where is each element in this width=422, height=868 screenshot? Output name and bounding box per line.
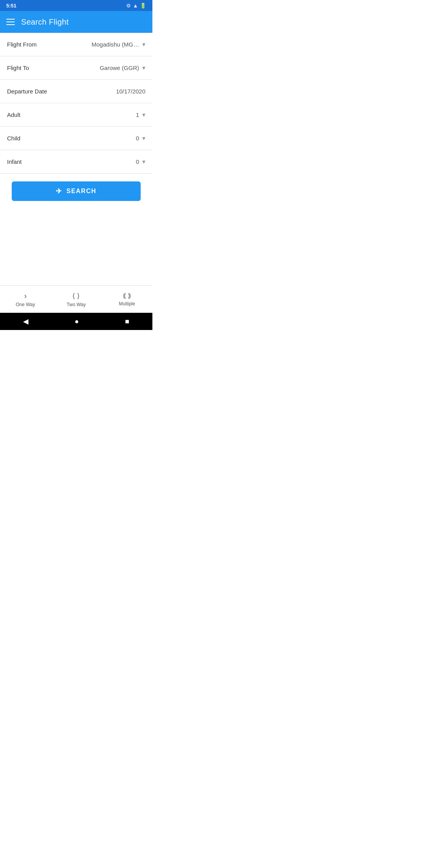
app-bar: Search Flight <box>0 11 152 33</box>
child-value-container: 0 ▾ <box>136 135 145 142</box>
nav-item-one-way[interactable]: › One Way <box>0 291 51 307</box>
two-way-icon: ⟨ ⟩ <box>72 292 80 300</box>
child-chevron-icon: ▾ <box>142 135 145 142</box>
flight-to-label: Flight To <box>7 65 29 71</box>
infant-label: Infant <box>7 158 22 165</box>
empty-area <box>0 207 152 285</box>
flight-from-label: Flight From <box>7 41 37 48</box>
flight-from-value-container: Mogadishu (MG… ▾ <box>91 41 145 48</box>
bottom-nav: › One Way ⟨ ⟩ Two Way ⟪ ⟫ Multiple <box>0 285 152 313</box>
flight-from-row[interactable]: Flight From Mogadishu (MG… ▾ <box>0 33 152 56</box>
plane-icon: ✈ <box>56 187 63 195</box>
flight-to-chevron-icon: ▾ <box>142 64 145 72</box>
signal-icon: ▲ <box>133 3 138 9</box>
nav-item-two-way[interactable]: ⟨ ⟩ Two Way <box>51 292 102 307</box>
one-way-icon: › <box>24 291 27 300</box>
departure-date-label: Departure Date <box>7 88 47 95</box>
android-nav-bar: ◀ ● ■ <box>0 313 152 330</box>
flight-from-value: Mogadishu (MG… <box>91 41 139 48</box>
departure-date-value: 10/17/2020 <box>116 88 145 95</box>
departure-date-value-container: 10/17/2020 <box>116 88 145 95</box>
child-row[interactable]: Child 0 ▾ <box>0 127 152 150</box>
infant-value: 0 <box>136 158 139 165</box>
search-button-label: SEARCH <box>66 188 97 195</box>
search-button-container: ✈ SEARCH <box>0 174 152 207</box>
adult-label: Adult <box>7 111 20 118</box>
flight-to-value-container: Garowe (GGR) ▾ <box>100 64 145 72</box>
adult-row[interactable]: Adult 1 ▾ <box>0 103 152 127</box>
status-time: 5:51 <box>6 3 16 9</box>
adult-value: 1 <box>136 111 139 118</box>
recent-button[interactable]: ■ <box>125 317 129 326</box>
adult-chevron-icon: ▾ <box>142 111 145 118</box>
flight-from-chevron-icon: ▾ <box>142 41 145 48</box>
home-button[interactable]: ● <box>75 317 79 326</box>
nav-item-multiple[interactable]: ⟪ ⟫ Multiple <box>102 292 152 307</box>
child-value: 0 <box>136 135 139 142</box>
page-title: Search Flight <box>21 18 69 27</box>
multiple-label: Multiple <box>119 301 135 307</box>
status-bar: 5:51 ⚙ ▲ 🔋 <box>0 0 152 11</box>
search-form: Flight From Mogadishu (MG… ▾ Flight To G… <box>0 33 152 207</box>
adult-value-container: 1 ▾ <box>136 111 145 118</box>
infant-row[interactable]: Infant 0 ▾ <box>0 150 152 174</box>
infant-value-container: 0 ▾ <box>136 158 145 165</box>
back-button[interactable]: ◀ <box>23 317 29 326</box>
settings-icon: ⚙ <box>126 3 131 9</box>
search-button[interactable]: ✈ SEARCH <box>12 181 141 201</box>
menu-button[interactable] <box>6 19 15 25</box>
battery-icon: 🔋 <box>140 3 146 9</box>
departure-date-row[interactable]: Departure Date 10/17/2020 <box>0 80 152 103</box>
multiple-icon: ⟪ ⟫ <box>123 292 131 299</box>
one-way-label: One Way <box>16 302 35 307</box>
flight-to-row[interactable]: Flight To Garowe (GGR) ▾ <box>0 56 152 80</box>
child-label: Child <box>7 135 20 142</box>
infant-chevron-icon: ▾ <box>142 158 145 165</box>
two-way-label: Two Way <box>67 302 86 307</box>
status-icons: ⚙ ▲ 🔋 <box>126 3 146 9</box>
flight-to-value: Garowe (GGR) <box>100 65 139 71</box>
